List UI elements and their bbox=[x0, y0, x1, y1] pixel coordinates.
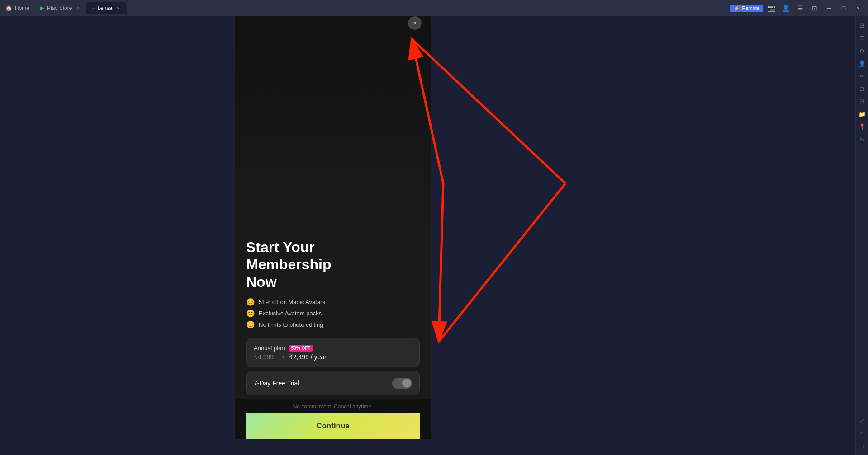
free-trial-toggle[interactable] bbox=[392, 378, 412, 389]
user-btn[interactable]: 👤 bbox=[779, 2, 792, 14]
sidebar-icon-layers[interactable]: ⊡ bbox=[857, 83, 868, 94]
old-price: ₹4,999 bbox=[254, 353, 274, 361]
feature-item-1: 😊 51% off on Magic Avatars bbox=[246, 298, 420, 306]
browser-chrome: 🏠 Home ▶ Play Store × ○ Lensa × ⚡ Remote… bbox=[0, 0, 868, 16]
sidebar-icon-user[interactable]: 👤 bbox=[857, 58, 868, 69]
feature-text-2: Exclusive Avatars packs bbox=[259, 310, 322, 317]
feature-emoji-1: 😊 bbox=[246, 298, 255, 306]
close-icon: × bbox=[413, 19, 417, 27]
app-top-area: × bbox=[235, 0, 431, 230]
sidebar-icon-list[interactable]: ☰ bbox=[857, 33, 868, 43]
home-favicon: 🏠 bbox=[5, 5, 12, 11]
app-container: × Start Your Membership Now 😊 51% off on… bbox=[235, 0, 431, 439]
tab-playstore-label: Play Store bbox=[47, 5, 72, 11]
feature-text-1: 51% off on Magic Avatars bbox=[259, 299, 325, 305]
no-commitment-text: No commitment. Cancel anytime. bbox=[246, 403, 420, 410]
tab-playstore[interactable]: ▶ Play Store × bbox=[35, 2, 86, 14]
tab-playstore-close[interactable]: × bbox=[75, 5, 81, 11]
continue-button[interactable]: Continue bbox=[246, 413, 420, 439]
remote-badge[interactable]: ⚡ Remote bbox=[730, 5, 763, 12]
plan-header: Annual plan 50% OFF bbox=[254, 345, 412, 352]
minimize-btn[interactable]: ─ bbox=[823, 2, 835, 14]
tab-home[interactable]: 🏠 Home bbox=[0, 2, 35, 14]
feature-text-3: No limits to photo editing bbox=[259, 321, 323, 328]
feature-emoji-3: 😊 bbox=[246, 320, 255, 329]
price-arrow: → bbox=[279, 353, 285, 361]
tab-lensa-close[interactable]: × bbox=[115, 5, 121, 11]
sidebar-icon-scissors[interactable]: ✂ bbox=[857, 70, 868, 81]
toggle-knob bbox=[402, 379, 411, 388]
feature-item-3: 😊 No limits to photo editing bbox=[246, 320, 420, 329]
tab-lensa-label: Lensa bbox=[97, 5, 112, 11]
remote-label: Remote bbox=[742, 5, 759, 11]
close-button[interactable]: × bbox=[408, 16, 422, 30]
sidebar-icon-back[interactable]: ◁ bbox=[857, 415, 868, 426]
new-price: ₹2,499 / year bbox=[289, 353, 327, 361]
close-window-btn[interactable]: × bbox=[852, 2, 864, 14]
expand-btn[interactable]: ⊡ bbox=[808, 2, 821, 14]
free-trial-label: 7-Day Free Trial bbox=[254, 380, 299, 387]
sidebar-icon-square[interactable]: □ bbox=[857, 441, 868, 451]
sidebar-icon-crop[interactable]: ⊟ bbox=[857, 96, 868, 107]
membership-title: Start Your Membership Now bbox=[246, 239, 420, 291]
off-badge: 50% OFF bbox=[289, 345, 313, 352]
sidebar-icon-circle[interactable]: ○ bbox=[857, 428, 868, 439]
browser-controls: ⚡ Remote 📷 👤 ☰ ⊡ ─ □ × bbox=[726, 2, 868, 14]
left-background bbox=[0, 16, 235, 455]
maximize-btn[interactable]: □ bbox=[837, 2, 850, 14]
feature-item-2: 😊 Exclusive Avatars packs bbox=[246, 309, 420, 318]
screenshot-btn[interactable]: 📷 bbox=[765, 2, 778, 14]
plan-name: Annual plan bbox=[254, 345, 285, 352]
sidebar-icon-grid[interactable]: ⊞ bbox=[857, 20, 868, 31]
sidebar-icon-settings[interactable]: ⚙ bbox=[857, 45, 868, 56]
right-background bbox=[431, 16, 855, 455]
tab-bar: 🏠 Home ▶ Play Store × ○ Lensa × bbox=[0, 0, 726, 16]
tab-home-label: Home bbox=[15, 5, 29, 11]
feature-emoji-2: 😊 bbox=[246, 309, 255, 318]
app-content: Start Your Membership Now 😊 51% off on M… bbox=[235, 230, 431, 399]
playstore-favicon: ▶ bbox=[40, 5, 44, 11]
sidebar-icon-misc[interactable]: ⊛ bbox=[857, 134, 868, 145]
right-sidebar: ⊞ ☰ ⚙ 👤 ✂ ⊡ ⊟ 📁 📍 ⊛ ◁ ○ □ bbox=[855, 16, 868, 455]
sidebar-icon-folder[interactable]: 📁 bbox=[857, 108, 868, 119]
sidebar-icon-location[interactable]: 📍 bbox=[857, 121, 868, 132]
menu-btn[interactable]: ☰ bbox=[794, 2, 806, 14]
features-list: 😊 51% off on Magic Avatars 😊 Exclusive A… bbox=[246, 298, 420, 329]
app-footer: No commitment. Cancel anytime. Continue bbox=[235, 399, 431, 439]
remote-icon: ⚡ bbox=[734, 5, 740, 11]
tab-lensa[interactable]: ○ Lensa × bbox=[86, 2, 127, 14]
plan-card[interactable]: Annual plan 50% OFF ₹4,999 → ₹2,499 / ye… bbox=[246, 338, 420, 367]
free-trial-row[interactable]: 7-Day Free Trial bbox=[246, 371, 420, 395]
plan-price: ₹4,999 → ₹2,499 / year bbox=[254, 353, 412, 361]
lensa-favicon: ○ bbox=[92, 6, 95, 11]
